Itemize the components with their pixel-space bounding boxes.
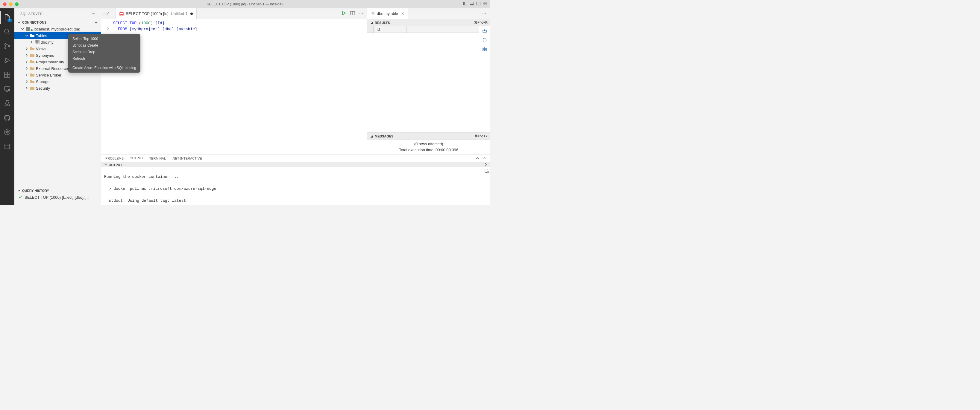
split-editor-icon[interactable] xyxy=(350,11,355,16)
folder-icon xyxy=(30,60,35,64)
toggle-panel-icon[interactable] xyxy=(469,2,474,6)
code-token: ( xyxy=(139,21,141,25)
close-tab-icon[interactable]: ✕ xyxy=(401,11,404,16)
activity-debug[interactable] xyxy=(0,54,14,67)
window-controls xyxy=(3,2,19,6)
code-content[interactable]: SELECT TOP (1000) [Id] FROM [mydbproject… xyxy=(113,20,367,154)
grid-header-row: Id xyxy=(367,26,479,33)
chevron-down-icon xyxy=(21,27,25,31)
code-editor[interactable]: 1 2 SELECT TOP (1000) [Id] FROM [mydbpro… xyxy=(101,19,367,154)
add-connection-icon[interactable]: ＋ xyxy=(94,19,99,26)
activity-extensions[interactable] xyxy=(0,68,14,81)
panel-tab-dotnet[interactable]: .NET INTERACTIVE xyxy=(172,155,202,162)
customize-layout-icon[interactable] xyxy=(483,2,487,6)
activity-github[interactable] xyxy=(0,111,14,124)
more-actions-icon[interactable]: ⋯ xyxy=(482,11,487,16)
save-csv-icon[interactable] xyxy=(482,28,487,34)
panel-tab-output[interactable]: OUTPUT xyxy=(130,155,143,162)
sidebar-title: SQL SERVER ⋯ xyxy=(14,8,101,19)
output-section-header[interactable]: OUTPUT xyxy=(101,162,490,167)
context-select-top[interactable]: Select Top 1000 xyxy=(68,36,140,42)
connections-label: CONNECTIONS xyxy=(22,21,46,24)
context-separator xyxy=(71,63,137,63)
code-token: FROM xyxy=(118,27,127,32)
code-token: . xyxy=(174,27,176,32)
code-token: [mytable] xyxy=(176,27,197,32)
minimize-window-button[interactable] xyxy=(9,2,13,6)
activity-testing[interactable] xyxy=(0,97,14,110)
panel-tab-terminal[interactable]: TERMINAL xyxy=(149,155,166,162)
results-pane: ◢ RESULTS ⌘+⌥+R Id xyxy=(367,19,490,154)
tree-label: Tables xyxy=(36,33,47,38)
svg-rect-18 xyxy=(5,75,7,78)
tree-label: Security xyxy=(36,86,50,90)
svg-rect-17 xyxy=(8,72,10,74)
context-azure-function[interactable]: Create Azure Function with SQL binding xyxy=(68,65,140,71)
close-panel-icon[interactable]: ✕ xyxy=(483,156,486,161)
save-excel-icon[interactable] xyxy=(482,47,487,52)
more-actions-icon[interactable]: ⋯ xyxy=(359,11,363,16)
results-body: Id xyxy=(367,26,490,133)
activity-source-control[interactable] xyxy=(0,40,14,52)
editor-area: sql SELECT TOP (1000) [Id] Untitled-1 ⋯ xyxy=(101,8,490,205)
query-history-header[interactable]: QUERY HISTORY xyxy=(14,187,101,194)
activity-sql[interactable] xyxy=(0,140,14,153)
save-json-icon[interactable] xyxy=(482,37,487,43)
line-number: 2 xyxy=(101,26,109,32)
panel-tab-problems[interactable]: PROBLEMS xyxy=(105,155,124,162)
activity-explorer[interactable]: 1 xyxy=(0,11,14,24)
messages-body: (0 rows affected) Total execution time: … xyxy=(367,140,490,154)
history-item[interactable]: SELECT TOP (1000) [I...ect].[dbo].[... xyxy=(14,194,101,201)
connections-section-header[interactable]: CONNECTIONS ＋ xyxy=(14,19,101,26)
sidebar-more-icon[interactable]: ⋯ xyxy=(92,12,95,16)
tree-label: dbo.my xyxy=(41,40,54,44)
chevron-right-icon xyxy=(25,47,29,51)
service-broker-node[interactable]: Service Broker xyxy=(14,72,101,78)
titlebar-layout-controls xyxy=(463,2,487,6)
code-token: [mydbproject] xyxy=(130,27,160,32)
column-header[interactable]: Id xyxy=(374,26,406,33)
maximize-window-button[interactable] xyxy=(15,2,19,6)
tree-label: Service Broker xyxy=(36,73,61,78)
tab-results[interactable]: dbo.mytable ✕ xyxy=(367,8,408,19)
tab-partial[interactable]: sql xyxy=(101,8,116,19)
svg-line-30 xyxy=(5,131,6,132)
activity-bar: 1 xyxy=(0,8,14,205)
chevron-right-icon xyxy=(25,53,29,57)
activity-search[interactable] xyxy=(0,25,14,38)
messages-header[interactable]: ◢ MESSAGES ⌘+⌥+Y xyxy=(367,133,490,140)
context-script-drop[interactable]: Script as Drop xyxy=(68,49,140,55)
activity-remote[interactable] xyxy=(0,82,14,96)
output-body[interactable]: Running the docker container ... > docke… xyxy=(101,167,483,205)
chevron-down-icon xyxy=(25,33,29,38)
run-query-icon[interactable] xyxy=(341,11,346,16)
folder-icon xyxy=(30,79,35,84)
connection-name: localhost, mydbproject (sa) xyxy=(34,27,80,32)
security-node[interactable]: Security xyxy=(14,85,101,92)
results-header-label: RESULTS xyxy=(375,21,390,24)
activity-kubernetes[interactable] xyxy=(0,125,14,139)
messages-header-label: MESSAGES xyxy=(375,134,393,138)
close-window-button[interactable] xyxy=(3,2,6,6)
storage-node[interactable]: Storage xyxy=(14,78,101,85)
check-icon xyxy=(18,195,23,200)
results-toolbar xyxy=(479,26,490,132)
tree-label: Synonyms xyxy=(36,53,54,58)
chevron-right-icon[interactable] xyxy=(484,163,488,167)
context-script-create[interactable]: Script as Create xyxy=(68,42,140,49)
context-refresh[interactable]: Refresh xyxy=(68,55,140,62)
results-header[interactable]: ◢ RESULTS ⌘+⌥+R xyxy=(367,19,490,26)
connection-node[interactable]: localhost, mydbproject (sa) xyxy=(14,26,101,32)
chevron-right-icon xyxy=(25,73,29,77)
code-token: 1000 xyxy=(141,21,151,25)
database-project-icon[interactable] xyxy=(484,169,489,205)
query-history-section: QUERY HISTORY SELECT TOP (1000) [I...ect… xyxy=(14,187,101,205)
tab-query[interactable]: SELECT TOP (1000) [Id] Untitled-1 xyxy=(116,8,197,19)
toggle-primary-sidebar-icon[interactable] xyxy=(463,2,467,6)
maximize-panel-icon[interactable] xyxy=(475,156,479,161)
rows-affected-text: (0 rows affected) xyxy=(370,141,487,147)
database-icon xyxy=(119,11,124,16)
svg-point-10 xyxy=(5,29,9,33)
results-grid[interactable]: Id xyxy=(367,26,479,132)
toggle-secondary-sidebar-icon[interactable] xyxy=(476,2,480,6)
